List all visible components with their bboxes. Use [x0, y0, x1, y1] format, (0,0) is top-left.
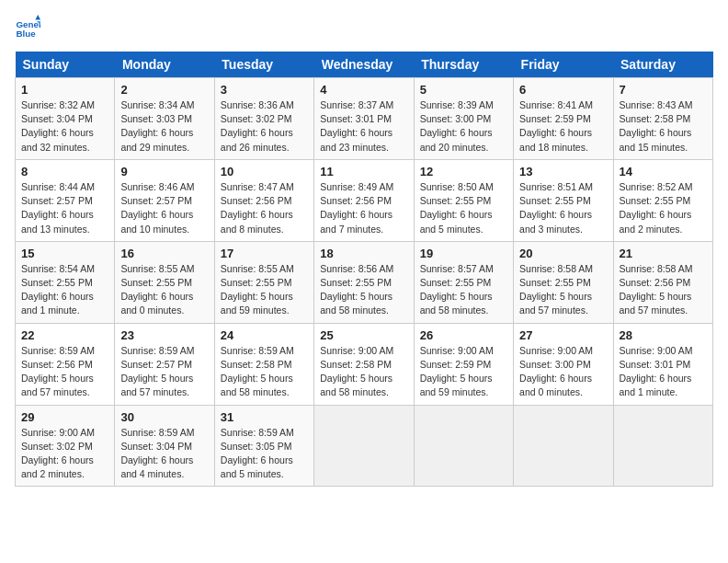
day-info: Sunrise: 8:58 AM Sunset: 2:56 PM Dayligh… — [620, 262, 707, 318]
logo: General Blue — [15, 15, 44, 40]
calendar-cell: 9Sunrise: 8:46 AM Sunset: 2:57 PM Daylig… — [115, 159, 214, 241]
day-number: 17 — [221, 247, 308, 260]
calendar-cell: 18Sunrise: 8:56 AM Sunset: 2:55 PM Dayli… — [314, 241, 414, 323]
calendar-cell — [514, 405, 613, 487]
weekday-header-saturday: Saturday — [613, 52, 712, 78]
day-info: Sunrise: 8:52 AM Sunset: 2:55 PM Dayligh… — [620, 180, 707, 236]
calendar-cell: 12Sunrise: 8:50 AM Sunset: 2:55 PM Dayli… — [414, 159, 513, 241]
day-info: Sunrise: 9:00 AM Sunset: 3:00 PM Dayligh… — [519, 344, 607, 400]
weekday-header-sunday: Sunday — [16, 52, 115, 78]
day-info: Sunrise: 8:59 AM Sunset: 3:05 PM Dayligh… — [221, 426, 308, 482]
day-number: 31 — [221, 410, 308, 424]
day-info: Sunrise: 8:34 AM Sunset: 3:03 PM Dayligh… — [120, 98, 208, 155]
calendar-cell: 8Sunrise: 8:44 AM Sunset: 2:57 PM Daylig… — [16, 159, 115, 241]
day-info: Sunrise: 8:59 AM Sunset: 2:58 PM Dayligh… — [221, 344, 308, 400]
day-number: 7 — [620, 83, 707, 97]
day-number: 9 — [120, 165, 208, 178]
day-number: 22 — [21, 328, 108, 342]
calendar-cell: 30Sunrise: 8:59 AM Sunset: 3:04 PM Dayli… — [115, 405, 214, 487]
day-info: Sunrise: 8:54 AM Sunset: 2:55 PM Dayligh… — [21, 262, 108, 318]
day-number: 27 — [519, 328, 607, 342]
day-number: 15 — [21, 247, 108, 260]
day-info: Sunrise: 8:59 AM Sunset: 2:56 PM Dayligh… — [21, 344, 108, 400]
day-info: Sunrise: 8:51 AM Sunset: 2:55 PM Dayligh… — [519, 180, 607, 236]
day-number: 30 — [120, 410, 208, 424]
day-info: Sunrise: 8:37 AM Sunset: 3:01 PM Dayligh… — [320, 98, 407, 155]
day-number: 14 — [620, 165, 707, 178]
calendar-cell — [613, 405, 712, 487]
week-row-2: 8Sunrise: 8:44 AM Sunset: 2:57 PM Daylig… — [16, 159, 713, 241]
calendar-cell: 13Sunrise: 8:51 AM Sunset: 2:55 PM Dayli… — [514, 159, 613, 241]
day-number: 20 — [519, 247, 607, 260]
day-number: 6 — [519, 83, 607, 97]
day-info: Sunrise: 8:50 AM Sunset: 2:55 PM Dayligh… — [420, 180, 507, 236]
day-info: Sunrise: 9:00 AM Sunset: 2:59 PM Dayligh… — [420, 344, 507, 400]
calendar-cell: 5Sunrise: 8:39 AM Sunset: 3:00 PM Daylig… — [414, 78, 513, 160]
calendar-cell: 3Sunrise: 8:36 AM Sunset: 3:02 PM Daylig… — [214, 78, 313, 160]
week-row-1: 1Sunrise: 8:32 AM Sunset: 3:04 PM Daylig… — [16, 78, 713, 160]
day-number: 26 — [420, 328, 507, 342]
calendar-body: 1Sunrise: 8:32 AM Sunset: 3:04 PM Daylig… — [16, 78, 713, 487]
day-info: Sunrise: 8:46 AM Sunset: 2:57 PM Dayligh… — [120, 180, 208, 236]
week-row-4: 22Sunrise: 8:59 AM Sunset: 2:56 PM Dayli… — [16, 323, 713, 405]
svg-marker-2 — [35, 15, 40, 20]
day-info: Sunrise: 8:32 AM Sunset: 3:04 PM Dayligh… — [21, 98, 108, 155]
calendar-cell: 28Sunrise: 9:00 AM Sunset: 3:01 PM Dayli… — [613, 323, 712, 405]
day-number: 8 — [21, 165, 108, 178]
calendar-cell: 6Sunrise: 8:41 AM Sunset: 2:59 PM Daylig… — [514, 78, 613, 160]
day-number: 11 — [320, 165, 407, 178]
day-number: 23 — [120, 328, 208, 342]
day-number: 16 — [120, 247, 208, 260]
day-info: Sunrise: 8:43 AM Sunset: 2:58 PM Dayligh… — [620, 98, 707, 155]
day-number: 13 — [519, 165, 607, 178]
day-number: 28 — [620, 328, 707, 342]
day-number: 1 — [21, 83, 108, 97]
calendar-cell: 25Sunrise: 9:00 AM Sunset: 2:58 PM Dayli… — [314, 323, 414, 405]
weekday-header-tuesday: Tuesday — [214, 52, 313, 78]
week-row-5: 29Sunrise: 9:00 AM Sunset: 3:02 PM Dayli… — [16, 405, 713, 487]
calendar-cell: 15Sunrise: 8:54 AM Sunset: 2:55 PM Dayli… — [16, 241, 115, 323]
day-number: 5 — [420, 83, 507, 97]
weekday-header-monday: Monday — [115, 52, 214, 78]
calendar-cell: 21Sunrise: 8:58 AM Sunset: 2:56 PM Dayli… — [613, 241, 712, 323]
calendar-cell: 22Sunrise: 8:59 AM Sunset: 2:56 PM Dayli… — [16, 323, 115, 405]
day-number: 4 — [320, 83, 407, 97]
day-number: 3 — [221, 83, 308, 97]
calendar-cell: 27Sunrise: 9:00 AM Sunset: 3:00 PM Dayli… — [514, 323, 613, 405]
day-info: Sunrise: 8:39 AM Sunset: 3:00 PM Dayligh… — [420, 98, 507, 155]
day-info: Sunrise: 8:56 AM Sunset: 2:55 PM Dayligh… — [320, 262, 407, 318]
calendar-cell: 7Sunrise: 8:43 AM Sunset: 2:58 PM Daylig… — [613, 78, 712, 160]
calendar-cell — [314, 405, 414, 487]
day-info: Sunrise: 8:55 AM Sunset: 2:55 PM Dayligh… — [120, 262, 208, 318]
day-info: Sunrise: 8:44 AM Sunset: 2:57 PM Dayligh… — [21, 180, 108, 236]
logo-icon: General Blue — [15, 15, 40, 40]
weekday-header-friday: Friday — [514, 52, 613, 78]
calendar-cell: 16Sunrise: 8:55 AM Sunset: 2:55 PM Dayli… — [115, 241, 214, 323]
day-number: 18 — [320, 247, 407, 260]
svg-text:Blue: Blue — [16, 29, 36, 39]
page-header: General Blue — [15, 15, 713, 40]
day-info: Sunrise: 8:57 AM Sunset: 2:55 PM Dayligh… — [420, 262, 507, 318]
day-info: Sunrise: 8:47 AM Sunset: 2:56 PM Dayligh… — [221, 180, 308, 236]
day-number: 19 — [420, 247, 507, 260]
day-info: Sunrise: 8:55 AM Sunset: 2:55 PM Dayligh… — [221, 262, 308, 318]
calendar-cell: 14Sunrise: 8:52 AM Sunset: 2:55 PM Dayli… — [613, 159, 712, 241]
day-info: Sunrise: 8:36 AM Sunset: 3:02 PM Dayligh… — [221, 98, 308, 155]
day-info: Sunrise: 8:41 AM Sunset: 2:59 PM Dayligh… — [519, 98, 607, 155]
day-info: Sunrise: 8:59 AM Sunset: 3:04 PM Dayligh… — [120, 426, 208, 482]
weekday-header-thursday: Thursday — [414, 52, 513, 78]
day-info: Sunrise: 8:59 AM Sunset: 2:57 PM Dayligh… — [120, 344, 208, 400]
day-info: Sunrise: 9:00 AM Sunset: 2:58 PM Dayligh… — [320, 344, 407, 400]
day-number: 21 — [620, 247, 707, 260]
calendar-cell: 17Sunrise: 8:55 AM Sunset: 2:55 PM Dayli… — [214, 241, 313, 323]
calendar-cell: 31Sunrise: 8:59 AM Sunset: 3:05 PM Dayli… — [214, 405, 313, 487]
day-info: Sunrise: 9:00 AM Sunset: 3:01 PM Dayligh… — [620, 344, 707, 400]
weekday-header-wednesday: Wednesday — [314, 52, 414, 78]
day-number: 25 — [320, 328, 407, 342]
calendar-cell: 10Sunrise: 8:47 AM Sunset: 2:56 PM Dayli… — [214, 159, 313, 241]
calendar-cell: 1Sunrise: 8:32 AM Sunset: 3:04 PM Daylig… — [16, 78, 115, 160]
calendar-cell: 20Sunrise: 8:58 AM Sunset: 2:55 PM Dayli… — [514, 241, 613, 323]
day-info: Sunrise: 8:58 AM Sunset: 2:55 PM Dayligh… — [519, 262, 607, 318]
day-info: Sunrise: 8:49 AM Sunset: 2:56 PM Dayligh… — [320, 180, 407, 236]
day-number: 29 — [21, 410, 108, 424]
